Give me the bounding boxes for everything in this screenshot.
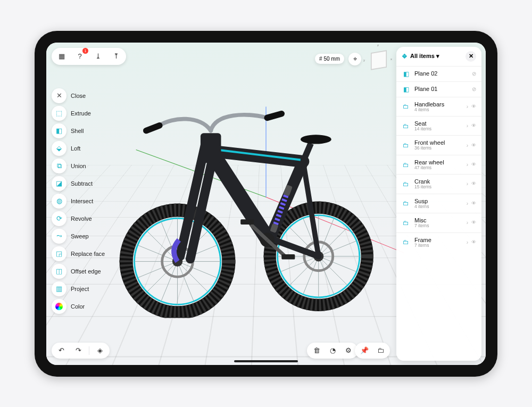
notification-badge: 1	[82, 48, 88, 54]
pin-icon[interactable]: 📌	[358, 344, 371, 357]
export-icon[interactable]: ⤒	[109, 49, 123, 63]
home-indicator	[234, 360, 298, 362]
close-icon: ✕	[52, 88, 66, 103]
replace-face-icon: ◲	[52, 246, 66, 261]
loft-icon: ⬙	[52, 141, 66, 156]
tool-intersect[interactable]: ◍Intersect	[52, 194, 105, 209]
outline-row[interactable]: 🗀Handlebars4 items›👁	[396, 97, 481, 116]
settings-icon[interactable]: ⚙	[342, 344, 355, 357]
tool-revolve[interactable]: ⟳Revolve	[52, 211, 105, 226]
outline-row[interactable]: 🗀Crank15 items›👁	[396, 174, 481, 193]
svg-line-32	[303, 143, 311, 161]
visibility-icon[interactable]: 👁	[471, 181, 476, 187]
viewcube-y: y	[363, 59, 365, 62]
tool-replace-face[interactable]: ◲Replace face	[52, 246, 105, 261]
visibility-icon[interactable]: 👁	[471, 162, 476, 168]
bottom-left-toolbar: ↶ ↷ ◈	[52, 343, 110, 359]
tool-label: Subtract	[71, 180, 93, 187]
item-name: Handlebars	[414, 101, 462, 107]
grid-size-label: # 50 mm	[319, 56, 340, 62]
tool-loft[interactable]: ⬙Loft	[52, 141, 105, 156]
view-cube[interactable]: x y z	[368, 48, 390, 70]
visibility-icon[interactable]: 👁	[471, 143, 476, 148]
plane-icon: ◧	[402, 86, 410, 93]
visibility-icon[interactable]: 👁	[471, 104, 476, 110]
hidden-icon[interactable]: ⊘	[472, 71, 476, 77]
tool-label: Color	[71, 303, 85, 310]
tool-subtract[interactable]: ◪Subtract	[52, 176, 105, 191]
chevron-right-icon[interactable]: ›	[467, 239, 468, 245]
tool-list: ✕Close⬚Extrude◧Shell⬙Loft⧉Union◪Subtract…	[52, 88, 105, 314]
svg-rect-36	[201, 133, 221, 163]
item-sub: 7 items	[414, 223, 462, 228]
apps-icon[interactable]: ▦	[55, 49, 69, 63]
chevron-right-icon[interactable]: ›	[467, 123, 468, 129]
intersect-icon: ◍	[52, 194, 66, 209]
outline-row[interactable]: 🗀Front wheel36 items›👁	[396, 135, 481, 154]
user-icon[interactable]: ◔	[326, 344, 339, 357]
svg-rect-45	[241, 219, 254, 225]
layers-icon[interactable]: ◈	[94, 344, 106, 357]
top-left-toolbar: ▦ ? 1 ⤓ ⤒	[52, 48, 126, 65]
undo-icon[interactable]: ↶	[55, 344, 68, 357]
tool-extrude[interactable]: ⬚Extrude	[52, 106, 105, 121]
viewcube-x: x	[390, 57, 392, 61]
item-sub: 7 items	[414, 243, 462, 248]
outline-row[interactable]: 🗀Rear wheel47 items›👁	[396, 155, 481, 174]
subtract-icon: ◪	[52, 176, 66, 191]
folder-icon: 🗀	[402, 200, 410, 207]
outline-title[interactable]: All items ▾	[410, 53, 439, 60]
tool-sweep[interactable]: ⤳Sweep	[52, 229, 105, 244]
import-icon[interactable]: ⤓	[91, 49, 105, 63]
tool-label: Extrude	[71, 110, 91, 117]
snap-icon[interactable]: ⌖	[348, 53, 361, 65]
chevron-right-icon[interactable]: ›	[467, 181, 468, 187]
outline-row[interactable]: 🗀Misc7 items›👁	[396, 213, 481, 232]
tool-color[interactable]: Color	[52, 299, 105, 314]
items-icon: ❖	[402, 53, 408, 60]
outline-row[interactable]: 🗀Seat14 items›👁	[396, 116, 481, 135]
item-sub: 47 items	[414, 165, 462, 170]
chevron-right-icon[interactable]: ›	[467, 220, 468, 226]
chevron-right-icon[interactable]: ›	[467, 143, 468, 148]
model-preview[interactable]	[113, 102, 401, 318]
item-sub: 4 items	[414, 204, 462, 209]
close-panel-icon[interactable]: ✕	[466, 51, 476, 62]
ipad-frame: ▦ ? 1 ⤓ ⤒ # 50 mm ⌖ x y z ✕Close⬚Extrude…	[35, 31, 497, 377]
outline-row[interactable]: ◧Plane 02⊘	[396, 66, 481, 81]
hidden-icon[interactable]: ⊘	[472, 86, 476, 92]
trash-icon[interactable]: 🗑	[310, 344, 323, 357]
outline-row[interactable]: ◧Plane 01⊘	[396, 81, 481, 97]
tool-project[interactable]: ▥Project	[52, 281, 105, 296]
sweep-icon: ⤳	[52, 229, 66, 244]
item-name: Plane 01	[414, 86, 468, 92]
outline-header: ❖ All items ▾ ✕	[396, 47, 481, 66]
visibility-icon[interactable]: 👁	[471, 220, 476, 226]
folder-icon: 🗀	[402, 122, 410, 130]
item-sub: 15 items	[414, 185, 462, 189]
tool-label: Close	[71, 93, 86, 99]
visibility-icon[interactable]: 👁	[471, 239, 476, 245]
chevron-right-icon[interactable]: ›	[467, 162, 468, 168]
item-sub: 14 items	[414, 127, 462, 131]
tool-label: Project	[71, 286, 89, 292]
tool-shell[interactable]: ◧Shell	[52, 123, 105, 138]
grid-size-chip[interactable]: # 50 mm	[315, 54, 344, 64]
outline-row[interactable]: 🗀Frame7 items›👁	[396, 232, 481, 252]
viewcube-z: z	[377, 44, 379, 47]
chevron-right-icon[interactable]: ›	[467, 104, 468, 110]
outline-row[interactable]: 🗀Susp4 items›👁	[396, 194, 481, 213]
visibility-icon[interactable]: 👁	[471, 123, 476, 129]
tool-offset-edge[interactable]: ◫Offset edge	[52, 264, 105, 279]
redo-icon[interactable]: ↷	[72, 344, 85, 357]
revolve-icon: ⟳	[52, 211, 66, 226]
help-icon[interactable]: ? 1	[73, 49, 87, 63]
visibility-icon[interactable]: 👁	[471, 201, 476, 206]
tool-label: Sweep	[71, 233, 89, 239]
folder-add-icon[interactable]: 🗀	[374, 344, 387, 357]
tool-close[interactable]: ✕Close	[52, 88, 105, 103]
chevron-right-icon[interactable]: ›	[467, 201, 468, 206]
item-name: Susp	[414, 198, 462, 204]
svg-rect-43	[282, 254, 295, 260]
tool-union[interactable]: ⧉Union	[52, 159, 105, 173]
